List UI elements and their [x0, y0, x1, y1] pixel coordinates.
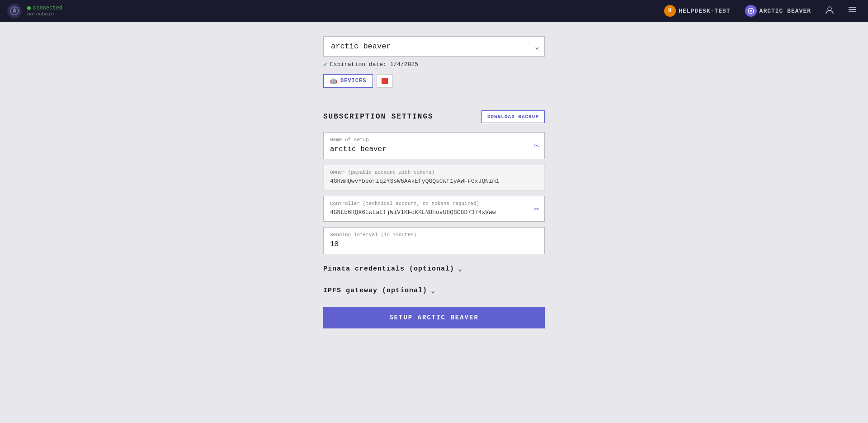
- navbar-right: H HELPDESK-TEST ARCTIC BEAVER: [660, 2, 861, 19]
- name-field-box: Name of setup arctic beaver ✂: [323, 132, 545, 159]
- owner-field-label: Owner (payable account with tokens): [330, 170, 538, 175]
- devices-label: DEVICES: [340, 78, 366, 84]
- delete-icon: [382, 78, 388, 84]
- hamburger-menu-button[interactable]: [844, 3, 861, 19]
- devices-button[interactable]: 🤖 DEVICES: [323, 74, 373, 88]
- helpdesk-label: HELPDESK-TEST: [679, 8, 730, 14]
- connection-status: connected: [27, 5, 62, 11]
- name-edit-icon[interactable]: ✂: [534, 141, 539, 151]
- expiration-line: ✔ Expiration date: 1/4/2025: [323, 60, 545, 69]
- connection-status-label: connected: [33, 5, 62, 11]
- interval-field-label: Sending interval (in minutes): [330, 232, 538, 238]
- ipfs-collapsible-header[interactable]: IPFS gateway (optional) ⌄: [323, 281, 545, 299]
- pinata-collapsible-header[interactable]: Pinata credentials (optional) ⌄: [323, 260, 545, 278]
- check-icon: ✔: [323, 60, 327, 69]
- helpdesk-avatar: H: [664, 5, 676, 17]
- devices-icon: 🤖: [330, 77, 338, 85]
- pinata-label: Pinata credentials (optional): [323, 265, 454, 273]
- controller-field-label: Controller (technical account, no tokens…: [330, 201, 538, 206]
- navbar: connected parachain H HELPDESK-TEST ARCT…: [0, 0, 868, 22]
- ipfs-chevron-icon: ⌄: [431, 286, 436, 295]
- svg-point-1: [13, 9, 16, 13]
- name-field-label: Name of setup: [330, 137, 538, 143]
- connection-info: connected parachain: [27, 5, 62, 17]
- user-icon-button[interactable]: [821, 3, 838, 19]
- connection-dot: [27, 6, 31, 10]
- pinata-section: Pinata credentials (optional) ⌄: [323, 260, 545, 278]
- interval-field-box: Sending interval (in minutes) 10: [323, 227, 545, 254]
- owner-field-box: Owner (payable account with tokens) 4GRW…: [323, 165, 545, 190]
- save-label: SETUP ARCTIC BEAVER: [389, 314, 479, 321]
- helpdesk-button[interactable]: H HELPDESK-TEST: [660, 2, 735, 19]
- center-panel: arctic beaver ⌄ ✔ Expiration date: 1/4/2…: [323, 36, 545, 328]
- action-buttons: 🤖 DEVICES: [323, 74, 545, 88]
- user-button[interactable]: ARCTIC BEAVER: [741, 2, 816, 19]
- setup-dropdown-container: arctic beaver ⌄: [323, 36, 545, 57]
- connection-network: parachain: [27, 11, 62, 17]
- save-btn-area: SETUP ARCTIC BEAVER: [323, 307, 545, 328]
- controller-field-value: 4GNEb6RQX6EwLaEfjWiV1KFqKKLN8HovU8QSC8D7…: [330, 209, 538, 216]
- logo-icon: [7, 4, 22, 18]
- user-label: ARCTIC BEAVER: [760, 8, 811, 14]
- ipfs-section: IPFS gateway (optional) ⌄: [323, 281, 545, 299]
- robonomics-icon: [745, 5, 757, 17]
- main-content: arctic beaver ⌄ ✔ Expiration date: 1/4/2…: [0, 0, 868, 347]
- section-title: SUBSCRIPTION SETTINGS: [323, 113, 434, 121]
- setup-dropdown[interactable]: arctic beaver: [323, 36, 545, 57]
- navbar-left: connected parachain: [7, 4, 62, 18]
- svg-point-4: [828, 7, 831, 10]
- subscription-section-header: SUBSCRIPTION SETTINGS DOWNLOAD BACKUP: [323, 110, 545, 123]
- expiration-label: Expiration date: 1/4/2025: [330, 61, 418, 68]
- svg-point-2: [14, 7, 15, 9]
- owner-field-value: 4GRWmQwvYbeoniqzYSsW6AAkEfyQGQsCwf1yAWFF…: [330, 178, 538, 185]
- pinata-chevron-icon: ⌄: [458, 264, 463, 273]
- controller-field-box: Controller (technical account, no tokens…: [323, 196, 545, 222]
- ipfs-label: IPFS gateway (optional): [323, 287, 427, 295]
- download-backup-button[interactable]: DOWNLOAD BACKUP: [481, 110, 545, 123]
- controller-edit-icon[interactable]: ✂: [534, 204, 539, 214]
- delete-button[interactable]: [377, 74, 393, 88]
- save-button[interactable]: SETUP ARCTIC BEAVER: [323, 307, 545, 328]
- name-field-value: arctic beaver: [330, 145, 538, 153]
- interval-field-value: 10: [330, 240, 538, 248]
